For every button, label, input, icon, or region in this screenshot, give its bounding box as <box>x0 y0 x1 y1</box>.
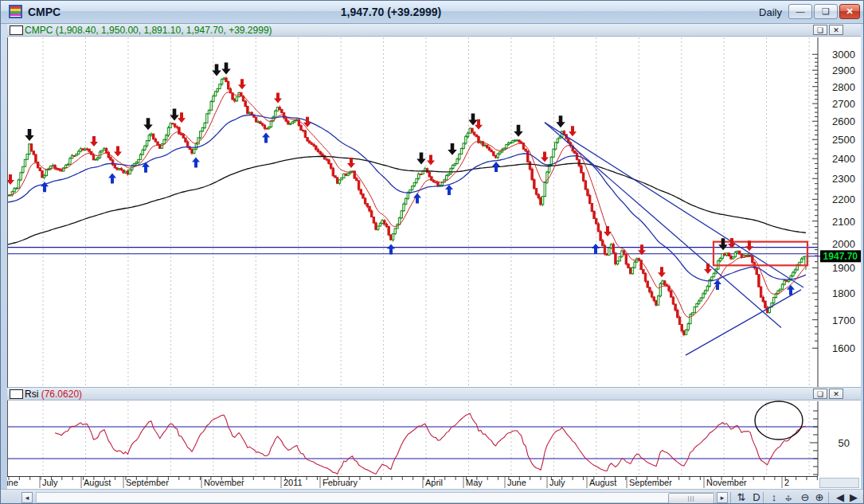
window-frame-left <box>1 23 7 504</box>
pane-close-button[interactable]: ✕ <box>829 25 843 35</box>
close-button[interactable]: ✕ <box>839 4 860 19</box>
window-frame-right <box>861 23 864 504</box>
fit-vertical-icon[interactable]: ↕ <box>768 491 780 503</box>
month-label: May <box>466 478 483 487</box>
svg-text:1600: 1600 <box>832 342 855 354</box>
axis-corner-box <box>819 478 859 488</box>
pan-icon[interactable]: ↔↕ <box>782 491 795 503</box>
svg-text:3000: 3000 <box>832 49 855 61</box>
sell-arrow <box>347 158 355 168</box>
pane-icon <box>10 25 23 35</box>
pane-close-button[interactable]: ✕ <box>829 389 843 399</box>
autoscale-icon[interactable]: ⇅ <box>735 491 748 503</box>
scroll-right-button[interactable]: ▸ <box>717 492 728 503</box>
svg-text:1800: 1800 <box>832 287 855 299</box>
sell-arrow <box>718 238 728 250</box>
svg-text:2200: 2200 <box>832 193 855 205</box>
month-label: November <box>706 478 747 487</box>
title-bar[interactable]: CMPC 1,947.70 (+39.2999) Daily — ❏ ✕ <box>1 1 864 24</box>
zoom-in-icon[interactable]: ⊕ <box>813 491 826 503</box>
sell-arrow <box>178 112 186 123</box>
trendline <box>686 290 801 355</box>
title-price-display: 1,947.70 (+39.2999) <box>1 6 781 18</box>
svg-text:2000: 2000 <box>832 238 855 250</box>
svg-text:1700: 1700 <box>832 315 855 326</box>
svg-text:1900: 1900 <box>832 262 855 274</box>
scrollbar-thumb[interactable]: ||| <box>668 493 714 504</box>
zoom-out-icon[interactable]: ⊖ <box>799 491 811 503</box>
scrollbar-track[interactable]: ||| <box>36 492 716 503</box>
svg-text:1947.70: 1947.70 <box>823 251 858 262</box>
month-label: 2011 <box>283 478 303 487</box>
svg-text:2800: 2800 <box>832 81 855 93</box>
chart-canvas[interactable]: 1600170018001900200021002200230024002500… <box>1 1 864 504</box>
svg-text:50: 50 <box>839 437 850 449</box>
bottom-toolbar: ◂ ||| ▸ ⇅D↕↔↕⊖⊕◀▶≡ <box>1 489 864 504</box>
sell-arrow <box>170 109 179 121</box>
sell-arrow <box>448 143 457 155</box>
sell-arrow <box>114 146 122 156</box>
buy-arrow <box>445 185 453 195</box>
main-pane-legend: CMPC (1,908.40, 1,950.00, 1,891.10, 1,94… <box>25 25 272 36</box>
month-label: August <box>589 478 616 487</box>
pane-icon <box>10 389 23 399</box>
sell-arrow <box>221 62 231 74</box>
sell-arrow <box>604 226 612 236</box>
sell-arrow <box>468 113 478 125</box>
list-icon[interactable]: ≡ <box>859 491 864 503</box>
maximize-button[interactable]: ❏ <box>814 4 838 19</box>
svg-text:2400: 2400 <box>832 153 855 165</box>
toolbar-separator <box>730 492 731 503</box>
buy-arrow <box>413 193 421 203</box>
sell-arrow <box>658 267 666 277</box>
sell-arrow <box>514 125 523 137</box>
rsi-line <box>55 413 806 474</box>
buy-arrow <box>387 244 395 255</box>
month-label: August <box>84 478 111 487</box>
rsi-pane-header[interactable]: Rsi (76.0620) ❏ ✕ <box>7 388 861 400</box>
svg-text:2300: 2300 <box>832 173 855 185</box>
sell-arrow <box>541 151 549 162</box>
month-label: 2 <box>784 478 789 487</box>
sell-arrow <box>90 136 98 147</box>
pane-maximize-button[interactable]: ❏ <box>813 25 827 35</box>
toolbar-separator <box>828 492 829 503</box>
month-label: September <box>126 478 169 487</box>
application-window: CMPC 1,947.70 (+39.2999) Daily — ❏ ✕ CMP… <box>0 0 864 504</box>
sell-arrow <box>556 115 565 127</box>
month-label: June <box>507 478 526 487</box>
sell-arrow <box>427 155 435 166</box>
toolbar-separator <box>763 492 764 503</box>
timeframe-label: Daily <box>759 6 782 18</box>
sell-arrow <box>143 118 153 130</box>
sell-arrow <box>416 153 426 165</box>
svg-text:2700: 2700 <box>832 98 855 110</box>
month-label: April <box>425 478 443 487</box>
prev-icon[interactable]: ◀ <box>834 491 846 503</box>
month-label: July <box>42 478 58 487</box>
sell-arrow <box>238 79 246 89</box>
rsi-breakout-circle <box>755 401 803 440</box>
daily-mode-icon[interactable]: D <box>750 491 763 503</box>
sell-arrow <box>25 129 34 141</box>
scroll-left-button[interactable]: ◂ <box>22 492 33 503</box>
buy-arrow <box>108 174 116 184</box>
svg-text:2100: 2100 <box>832 216 855 228</box>
next-icon[interactable]: ▶ <box>847 491 860 503</box>
month-label: September <box>629 478 672 487</box>
month-label: July <box>549 478 565 487</box>
rsi-pane-label: Rsi (76.0620) <box>25 389 82 400</box>
buy-arrow <box>262 132 270 143</box>
trendline <box>545 123 781 328</box>
main-pane-header[interactable]: CMPC (1,908.40, 1,950.00, 1,891.10, 1,94… <box>7 24 861 37</box>
rsi-value: (76.0620) <box>41 389 82 400</box>
buy-arrow <box>192 157 200 167</box>
sell-arrow <box>704 264 712 274</box>
pane-maximize-button[interactable]: ❏ <box>813 389 827 399</box>
svg-text:2600: 2600 <box>832 115 855 127</box>
trendline <box>545 123 803 287</box>
month-label: November <box>204 478 244 487</box>
buy-arrow <box>592 244 600 254</box>
minimize-button[interactable]: — <box>788 4 812 19</box>
svg-text:2500: 2500 <box>832 134 855 146</box>
